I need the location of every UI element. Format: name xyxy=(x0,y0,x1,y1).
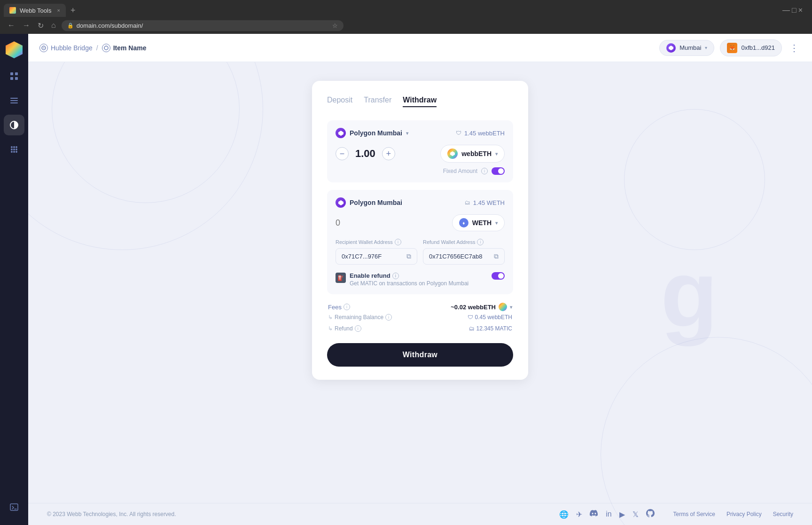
privacy-link[interactable]: Privacy Policy xyxy=(726,511,762,517)
source-token-select[interactable]: webbETH ▾ xyxy=(440,145,505,163)
terms-link[interactable]: Terms of Service xyxy=(673,511,715,517)
tab-close-btn[interactable]: × xyxy=(57,8,60,13)
wallet-selector[interactable]: 🦊 0xfb1...d921 xyxy=(720,39,782,56)
source-token-chevron: ▾ xyxy=(495,151,498,157)
fixed-amount-info-icon[interactable]: i xyxy=(481,168,488,174)
sidebar-item-terminal[interactable] xyxy=(4,497,24,517)
increment-btn[interactable]: + xyxy=(382,147,395,160)
globe-icon[interactable]: 🌐 xyxy=(559,510,569,519)
forward-btn[interactable]: → xyxy=(21,20,32,31)
fees-info-icon[interactable]: i xyxy=(344,304,350,310)
dest-amount-input[interactable] xyxy=(336,218,446,228)
refund-amount-info-icon[interactable]: i xyxy=(355,325,361,332)
svg-rect-5 xyxy=(10,100,18,101)
refund-wallet-field: 0x71C7656EC7ab8 ⧉ xyxy=(423,248,505,265)
maximize-btn[interactable]: □ xyxy=(792,6,796,15)
svg-rect-0 xyxy=(10,72,13,75)
decrement-btn[interactable]: − xyxy=(336,147,349,160)
app-container: Hubble Bridge / Item Name Mumbai ▾ xyxy=(0,34,812,525)
breadcrumb-hubble-bridge[interactable]: Hubble Bridge xyxy=(39,44,93,52)
svg-point-14 xyxy=(11,151,13,153)
lock-icon: 🔒 xyxy=(67,23,74,29)
network-icon xyxy=(666,43,676,53)
sidebar-item-grid[interactable] xyxy=(4,66,24,86)
metamask-icon: 🦊 xyxy=(727,43,737,53)
fees-token-icon xyxy=(499,303,507,311)
svg-rect-17 xyxy=(10,504,18,510)
recipient-group: Recipient Wallet Address i 0x71C7...976F… xyxy=(336,239,417,265)
tab-withdraw[interactable]: Withdraw xyxy=(403,96,437,107)
tab-transfer[interactable]: Transfer xyxy=(364,96,391,107)
sidebar-logo[interactable] xyxy=(6,41,23,58)
amount-row: − 1.00 + webbETH ▾ xyxy=(336,145,505,163)
minimize-btn[interactable]: — xyxy=(782,6,790,15)
svg-point-15 xyxy=(13,151,15,153)
source-network-label[interactable]: Polygon Mumbai ▾ xyxy=(336,128,408,138)
svg-point-21 xyxy=(104,46,108,50)
refund-left: ⛽ Enable refund i Get MATIC on transacti… xyxy=(336,272,468,287)
active-tab[interactable]: Webb Tools × xyxy=(4,4,66,17)
remaining-balance-info-icon[interactable]: i xyxy=(385,314,392,321)
svg-point-11 xyxy=(11,149,13,150)
network-chevron: ▾ xyxy=(705,45,707,50)
recipient-value: 0x71C7...976F xyxy=(342,253,382,260)
svg-point-13 xyxy=(16,149,17,150)
close-btn[interactable]: × xyxy=(798,6,803,15)
telegram-icon[interactable]: ✈ xyxy=(576,510,582,519)
wallet-balance-icon: 🗂 xyxy=(465,199,470,206)
enable-refund-info-icon[interactable]: i xyxy=(392,273,399,279)
fees-value[interactable]: ~0.02 webbETH ▾ xyxy=(451,303,512,311)
refund-wallet-group: Refund Wallet Address i 0x71C7656EC7ab8 … xyxy=(423,239,505,265)
remaining-balance-value: 🛡 0.45 webbETH xyxy=(468,314,512,321)
new-tab-button[interactable]: + xyxy=(68,5,78,16)
polygon-icon-source xyxy=(336,128,346,138)
svg-rect-6 xyxy=(10,102,18,103)
youtube-icon[interactable]: ▶ xyxy=(619,510,625,519)
breadcrumb: Hubble Bridge / Item Name xyxy=(39,44,659,52)
svg-rect-2 xyxy=(10,77,13,80)
fixed-amount-label: Fixed Amount xyxy=(443,168,477,174)
hubble-bridge-icon xyxy=(39,44,48,52)
discord-icon[interactable] xyxy=(590,510,598,518)
card-tabs: Deposit Transfer Withdraw xyxy=(327,96,513,107)
breadcrumb-current-label: Item Name xyxy=(113,44,147,52)
refund-wallet-info-icon[interactable]: i xyxy=(477,239,484,245)
url-input[interactable]: 🔒 domain.com/subdomain/ ☆ xyxy=(62,20,344,31)
withdraw-button[interactable]: Withdraw xyxy=(327,343,513,367)
destination-section: Polygon Mumbai 🗂 1.45 WETH ♦ xyxy=(327,190,513,294)
tab-deposit[interactable]: Deposit xyxy=(327,96,352,107)
main-content: g Deposit Transfer Withdraw xyxy=(28,62,812,525)
sidebar-item-apps[interactable] xyxy=(4,139,24,160)
dest-token-select[interactable]: ♦ WETH ▾ xyxy=(452,214,505,231)
reload-btn[interactable]: ↻ xyxy=(36,20,46,31)
twitter-icon[interactable]: 𝕏 xyxy=(632,510,639,519)
more-menu-btn[interactable]: ⋮ xyxy=(788,40,801,55)
security-link[interactable]: Security xyxy=(773,511,793,517)
polygon-icon-dest xyxy=(336,197,346,208)
recipient-copy-btn[interactable]: ⧉ xyxy=(406,252,411,260)
refund-text: Enable refund i Get MATIC on transaction… xyxy=(350,272,468,287)
github-icon[interactable] xyxy=(646,509,655,519)
svg-marker-22 xyxy=(669,46,673,50)
back-btn[interactable]: ← xyxy=(6,20,17,31)
network-selector[interactable]: Mumbai ▾ xyxy=(659,40,714,56)
sidebar-item-toggle[interactable] xyxy=(4,115,24,135)
fixed-amount-toggle[interactable] xyxy=(492,167,505,175)
home-btn[interactable]: ⌂ xyxy=(49,20,58,31)
linkedin-icon[interactable]: in xyxy=(606,510,611,518)
hubble-bridge-label: Hubble Bridge xyxy=(51,44,93,52)
sidebar-item-list[interactable] xyxy=(4,90,24,111)
copyright-text: © 2023 Webb Technologies, Inc. All right… xyxy=(47,511,176,517)
refund-wallet-copy-btn[interactable]: ⧉ xyxy=(494,252,499,260)
bookmark-icon[interactable]: ☆ xyxy=(332,22,338,29)
page-background: g Deposit Transfer Withdraw xyxy=(28,62,812,525)
recipient-info-icon[interactable]: i xyxy=(395,239,401,245)
url-text: domain.com/subdomain/ xyxy=(77,22,143,29)
dest-network-name: Polygon Mumbai xyxy=(350,199,402,206)
sidebar xyxy=(0,34,28,525)
enable-refund-toggle[interactable] xyxy=(492,272,505,280)
network-label: Mumbai xyxy=(679,44,701,51)
amount-display: 1.00 xyxy=(355,148,375,160)
source-header: Polygon Mumbai ▾ 🛡 1.45 webbETH xyxy=(336,128,505,138)
dest-network-label[interactable]: Polygon Mumbai xyxy=(336,197,402,208)
